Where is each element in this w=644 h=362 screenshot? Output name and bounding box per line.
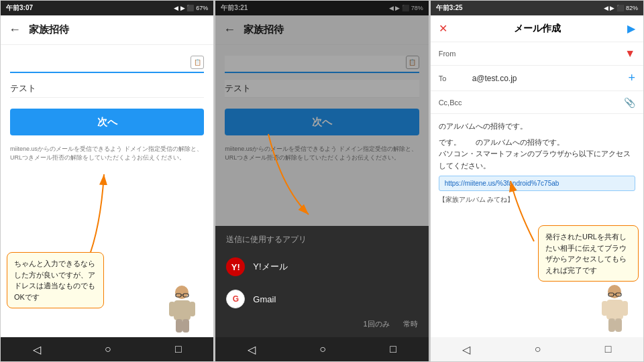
from-dropdown-icon[interactable]: ▼ [625,48,635,60]
app-bar-1: ← 家族招待 [1,15,213,45]
nav-back-1[interactable]: ◁ [33,343,41,356]
nav-home-3[interactable]: ○ [535,343,541,355]
gmail-icon: G [226,290,245,308]
back-button-1[interactable]: ← [9,23,21,37]
body-main-text: です。 のアルバムへの招待です。 パソコン・スマートフォンのブラウザから以下にア… [439,137,635,172]
bottom-sheet-2: 送信に使用するアプリ Y! Y!メール G Gmail 1回のみ 常時 [215,226,428,337]
nav-recent-1[interactable]: □ [175,343,182,355]
panel2: 午前3:21 ◀ ▶ ⬛ 78% ← 家族招待 a@test.co.jp 📋 テ… [215,0,429,362]
nav-home-1[interactable]: ○ [105,343,111,355]
body-footer-text: 【家族アルバム みてね】 [439,195,635,204]
nav-bar-3: ◁ ○ □ [431,337,643,361]
nav-recent-3[interactable]: □ [605,343,612,355]
status-time-1: 午前3:07 [6,3,33,13]
status-bar-1: 午前3:07 ◀ ▶ ⬛ 67% [1,1,213,15]
next-button-1[interactable]: 次へ [10,109,204,135]
battery-icon-1: 67% [196,5,208,11]
compose-header: ✕ メール作成 ▶ [431,15,643,42]
to-label: To [439,74,472,82]
phone-screen-3: 午前3:25 ◀ ▶ ⬛ 82% ✕ メール作成 ▶ From ▼ To a@t… [430,0,644,362]
once-option[interactable]: 1回のみ [364,319,390,329]
to-add-icon[interactable]: + [628,71,635,85]
svg-rect-12 [606,300,623,320]
invitation-url[interactable]: https://miitene.us/%3fandroid%7c75ab [439,176,635,191]
compose-title: メール作成 [514,23,561,35]
name-label-1: テスト [10,80,204,98]
email-input-row-1[interactable]: a@test.co.jp 📋 [10,56,204,73]
disclaimer-1: miitene.usからのメールを受信できるよう ドメイン指定受信の解除と、UR… [10,145,204,162]
nav-bar-1: ◁ ○ □ [1,337,213,361]
svg-rect-1 [174,300,191,320]
svg-rect-5 [182,319,189,333]
screen-title-1: 家族招待 [29,23,69,36]
panel3: 午前3:25 ◀ ▶ ⬛ 82% ✕ メール作成 ▶ From ▼ To a@t… [430,0,644,362]
nav-recent-2[interactable]: □ [390,343,396,355]
attachment-icon[interactable]: 📎 [624,97,635,108]
cc-bcc-label: Cc,Bcc [439,99,472,107]
status-bar-3: 午前3:25 ◀ ▶ ⬛ 82% [431,1,643,15]
to-row: To a@test.co.jp + [431,66,643,91]
nav-bar-2: ◁ ○ □ [215,337,428,361]
from-label: From [439,50,472,58]
svg-rect-2 [169,302,175,316]
nav-back-2[interactable]: ◁ [248,343,256,356]
panel1: 午前3:07 ◀ ▶ ⬛ 67% ← 家族招待 a@test.co.jp 📋 テ… [0,0,214,362]
always-option[interactable]: 常時 [403,319,418,329]
status-icons-3: ◀ ▶ ⬛ 82% [604,5,638,11]
body-pre-text: のアルバムへの招待です。 [439,121,635,133]
character-3 [596,284,633,337]
status-time-3: 午前3:25 [436,3,463,13]
yahoo-mail-label: Y!メール [253,261,287,273]
svg-rect-4 [176,319,182,333]
to-value: a@test.co.jp [472,74,629,83]
nav-back-3[interactable]: ◁ [462,343,470,356]
sheet-title-2: 送信に使用するアプリ [215,234,428,251]
character-1 [164,284,201,338]
phone-screen-2: 午前3:21 ◀ ▶ ⬛ 78% ← 家族招待 a@test.co.jp 📋 テ… [215,0,429,362]
battery-icon-3: 82% [626,5,638,11]
svg-rect-15 [608,318,615,332]
cc-bcc-row[interactable]: Cc,Bcc 📎 [431,91,643,114]
from-row: From ▼ [431,42,643,66]
nav-home-2[interactable]: ○ [319,343,326,355]
send-button[interactable]: ▶ [627,22,635,35]
gmail-item[interactable]: G Gmail [215,283,428,315]
svg-rect-16 [615,318,622,332]
close-button[interactable]: ✕ [439,22,447,35]
status-icons-1: ◀ ▶ ⬛ 67% [174,5,208,11]
svg-rect-14 [622,301,628,316]
gmail-label: Gmail [253,294,276,304]
svg-rect-13 [602,301,608,316]
svg-rect-3 [189,302,195,316]
email-input-icon-1: 📋 [191,56,204,69]
yahoo-mail-item[interactable]: Y! Y!メール [215,251,428,283]
yahoo-icon: Y! [226,257,245,276]
email-input-1[interactable]: a@test.co.jp [10,58,191,68]
sheet-footer-2: 1回のみ 常時 [215,315,428,332]
